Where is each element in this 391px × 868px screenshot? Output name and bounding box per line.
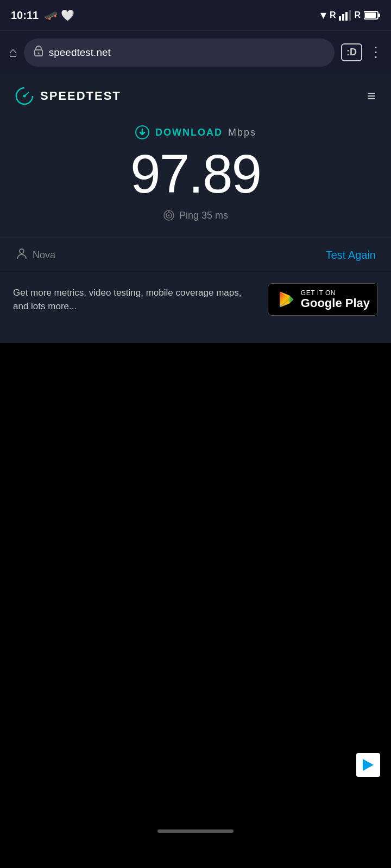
download-text: DOWNLOAD	[155, 127, 223, 138]
svg-point-15	[20, 249, 24, 253]
home-indicator	[157, 829, 234, 833]
svg-rect-2	[345, 12, 348, 21]
user-name: Nova	[33, 250, 55, 261]
google-play-label: Google Play	[301, 297, 370, 310]
user-icon	[15, 247, 28, 263]
speedtest-logo: SPEEDTEST	[15, 87, 121, 105]
status-left: 10:11 🛹 🤍	[11, 9, 74, 22]
google-play-button[interactable]: GET IT ON Google Play	[268, 283, 378, 316]
svg-rect-3	[349, 10, 351, 21]
user-info: Nova	[15, 247, 55, 263]
tab-button[interactable]: :D	[341, 43, 362, 61]
browser-bar: ⌂ speedtest.net :D ⋮	[0, 30, 391, 74]
google-play-icon	[276, 290, 295, 309]
download-arrow-icon	[135, 125, 150, 140]
browser-menu-button[interactable]: ⋮	[369, 44, 382, 61]
speedtest-logo-text: SPEEDTEST	[40, 89, 121, 103]
ping-text: Ping 35 ms	[179, 210, 228, 221]
download-label-row: DOWNLOAD Mbps	[0, 125, 391, 140]
signal-bars-icon	[339, 10, 351, 21]
signal-r2-icon: R	[354, 10, 361, 20]
promo-section: Get more metrics, video testing, mobile …	[0, 272, 391, 327]
user-row: Nova Test Again	[0, 238, 391, 272]
svg-rect-0	[339, 16, 341, 21]
speedtest-result: DOWNLOAD Mbps 97.89 Ping 35 ms	[0, 114, 391, 238]
url-bar[interactable]: speedtest.net	[24, 39, 335, 67]
svg-point-14	[168, 215, 169, 216]
get-it-on-label: GET IT ON	[301, 289, 370, 297]
svg-point-8	[37, 53, 39, 54]
promo-text: Get more metrics, video testing, mobile …	[13, 286, 259, 314]
google-play-text-block: GET IT ON Google Play	[301, 289, 370, 310]
skate-icon: 🛹	[44, 9, 58, 22]
speedtest-header: SPEEDTEST ≡	[0, 74, 391, 114]
status-bar: 10:11 🛹 🤍 ▾ R R	[0, 0, 391, 30]
svg-rect-5	[378, 14, 380, 17]
status-icons-left: 🛹 🤍	[44, 9, 74, 22]
speed-value: 97.89	[0, 146, 391, 201]
lock-icon	[34, 46, 43, 59]
speedtest-page: SPEEDTEST ≡ DOWNLOAD Mbps 97.89 Ping 35 …	[0, 74, 391, 343]
wifi-icon: ▾	[320, 8, 326, 22]
black-area	[0, 343, 391, 815]
svg-point-10	[23, 95, 26, 98]
url-text: speedtest.net	[49, 47, 325, 59]
battery-icon	[364, 10, 380, 20]
heart-icon: 🤍	[61, 9, 74, 22]
bottom-nav-bar	[0, 815, 391, 847]
speedometer-icon	[15, 87, 34, 105]
status-time: 10:11	[11, 9, 39, 22]
svg-rect-1	[342, 14, 344, 21]
signal-r-icon: R	[330, 10, 336, 20]
svg-rect-6	[365, 12, 376, 18]
ping-icon	[163, 209, 175, 221]
test-again-button[interactable]: Test Again	[326, 249, 376, 261]
home-button[interactable]: ⌂	[9, 44, 17, 61]
ad-button[interactable]	[356, 753, 380, 777]
speedtest-menu-icon[interactable]: ≡	[367, 87, 376, 105]
ad-play-icon	[363, 759, 374, 771]
ping-row: Ping 35 ms	[0, 209, 391, 221]
download-unit: Mbps	[228, 127, 256, 138]
status-icons-right: ▾ R R	[320, 8, 380, 22]
